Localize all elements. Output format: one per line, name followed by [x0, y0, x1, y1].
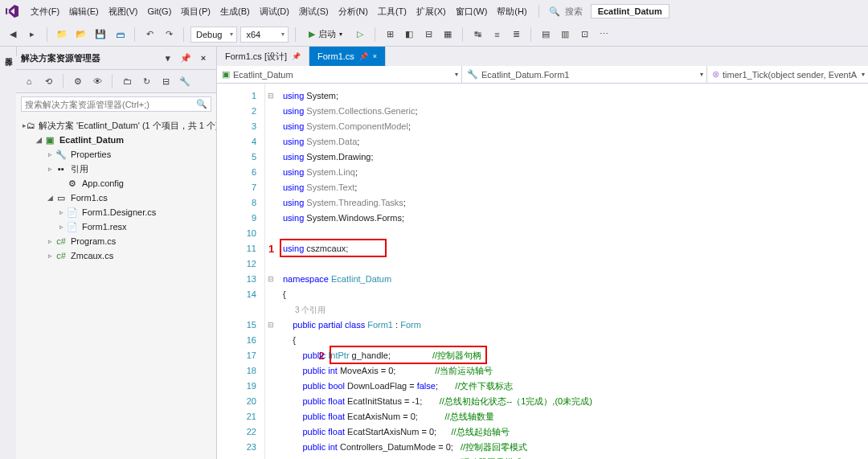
solution-search[interactable]: 🔍: [21, 96, 211, 112]
tree-properties[interactable]: ▹🔧 Properties: [16, 147, 216, 162]
code-line[interactable]: public float EcatAxisNum = 0; //总线轴数量: [283, 409, 868, 424]
panel-pin-icon[interactable]: 📌: [178, 50, 194, 66]
nav-class-combo[interactable]: 🔧Ecatlint_Datum.Form1: [462, 66, 707, 83]
tree-zmcauxcs[interactable]: ▹c# Zmcaux.cs: [16, 248, 216, 263]
redo-icon[interactable]: ↷: [161, 27, 177, 43]
code-line[interactable]: namespace EcatIint_Datum: [283, 272, 868, 287]
new-project-icon[interactable]: 📁: [54, 27, 70, 43]
tb-icon-10[interactable]: ⊡: [576, 27, 592, 43]
code-line[interactable]: [283, 256, 868, 272]
code-line[interactable]: public int Drivers_DatumMode = 0; //驱动器回…: [283, 455, 868, 459]
platform-combo[interactable]: x64: [240, 27, 289, 43]
panel-close-icon[interactable]: ×: [195, 50, 211, 66]
nav-back-icon[interactable]: ◀: [5, 27, 21, 43]
open-file-icon[interactable]: 📂: [73, 27, 89, 43]
editor-area: Form1.cs [设计] 📌 Form1.cs 📌 × ▣Ecatlint_D…: [217, 47, 868, 459]
menu-item[interactable]: 项目(P): [176, 3, 215, 19]
save-all-icon[interactable]: 🗃: [112, 27, 128, 43]
tb-icon-11[interactable]: ⋯: [596, 27, 612, 43]
code-line[interactable]: public bool DownLoadFlag = false; //文件下载…: [283, 379, 868, 394]
nav-fwd-icon[interactable]: ▸: [24, 27, 40, 43]
tree-tool-icon[interactable]: ⚙: [70, 73, 86, 89]
menu-item[interactable]: 编辑(E): [64, 3, 104, 19]
search-label[interactable]: 搜索: [565, 6, 583, 18]
search-go-icon[interactable]: 🔍: [196, 99, 207, 109]
code-line[interactable]: using cszmcaux;: [283, 241, 868, 256]
code-line[interactable]: using System.Windows.Forms;: [283, 211, 868, 226]
pin-icon[interactable]: 📌: [292, 52, 301, 60]
tree-solution-root[interactable]: ▸🗂 解决方案 'Ecatlint_Datum' (1 个项目，共 1 个): [16, 118, 216, 133]
config-combo[interactable]: Debug: [190, 27, 237, 43]
code-line[interactable]: [283, 226, 868, 241]
code-line[interactable]: using System.Collections.Generic;: [283, 104, 868, 119]
code-line[interactable]: using System.Text;: [283, 180, 868, 195]
tree-home-icon[interactable]: ⌂: [21, 73, 37, 89]
code-line[interactable]: {: [283, 287, 868, 302]
undo-icon[interactable]: ↶: [141, 27, 158, 43]
close-icon[interactable]: ×: [373, 52, 377, 60]
nav-member-combo[interactable]: ⊗timer1_Tick(object sender, EventA: [707, 66, 868, 83]
code-line[interactable]: public IntPtr g_handle; //控制器句柄: [283, 348, 868, 363]
nav-project-combo[interactable]: ▣Ecatlint_Datum: [217, 66, 462, 83]
code-line[interactable]: using System.Drawing;: [283, 150, 868, 165]
panel-dropdown-icon[interactable]: ▾: [160, 50, 176, 66]
save-icon[interactable]: 💾: [92, 27, 108, 43]
menu-item[interactable]: 视图(V): [104, 3, 143, 19]
tb-icon-9[interactable]: ▥: [557, 27, 573, 43]
menu-item[interactable]: 测试(S): [294, 3, 334, 19]
panel-title: 解决方案资源管理器: [21, 52, 100, 64]
code-line[interactable]: public float EcatStartAxisNum = 0; //总线起…: [283, 424, 868, 440]
code-line[interactable]: using System.ComponentModel;: [283, 119, 868, 134]
solution-search-input[interactable]: [25, 100, 196, 109]
code-line[interactable]: using System;: [283, 88, 868, 104]
menu-item[interactable]: 调试(D): [255, 3, 294, 19]
start-noDebug-icon[interactable]: ▷: [352, 27, 368, 43]
menu-item[interactable]: 工具(T): [373, 3, 411, 19]
tree-form1designer[interactable]: ▹📄 Form1.Designer.cs: [16, 205, 216, 219]
tree-refresh-icon[interactable]: ↻: [138, 73, 154, 89]
project-badge: Ecatlint_Datum: [591, 4, 669, 18]
tb-icon-1[interactable]: ⊞: [382, 27, 398, 43]
code-line[interactable]: public float EcatInitStatus = -1; //总线初始…: [283, 394, 868, 409]
tab-design[interactable]: Form1.cs [设计] 📌: [217, 47, 309, 66]
tree-appconfig[interactable]: ⚙ App.config: [16, 176, 216, 191]
code-line[interactable]: public partial class Form1 : Form: [283, 318, 868, 333]
menu-item[interactable]: 窗口(W): [451, 3, 493, 19]
tree-project[interactable]: ◢▣ Ecatlint_Datum: [16, 133, 216, 147]
code-line[interactable]: public int MoveAxis = 0; //当前运动轴号: [283, 363, 868, 379]
tree-programcs[interactable]: ▹c# Program.cs: [16, 234, 216, 248]
menu-item[interactable]: 分析(N): [334, 3, 373, 19]
code-line[interactable]: using System.Threading.Tasks;: [283, 195, 868, 211]
menu-item[interactable]: 扩展(X): [411, 3, 451, 19]
pin-icon[interactable]: 📌: [359, 52, 368, 60]
code-line[interactable]: using System.Linq;: [283, 165, 868, 180]
tree-sync-icon[interactable]: ⟲: [40, 73, 56, 89]
tb-icon-5[interactable]: ↹: [469, 27, 485, 43]
menu-item[interactable]: 生成(B): [215, 3, 255, 19]
menu-item[interactable]: 帮助(H): [492, 3, 531, 19]
tree-wrench-icon[interactable]: 🔧: [177, 73, 193, 89]
code-line[interactable]: {: [283, 333, 868, 348]
menu-item[interactable]: 文件(F): [26, 3, 64, 19]
tb-icon-2[interactable]: ◧: [401, 27, 417, 43]
side-tab-server[interactable]: 服务器: [0, 47, 17, 56]
tree-form1cs[interactable]: ◢▭ Form1.cs: [16, 191, 216, 205]
start-button[interactable]: ▶ 启动 ▾: [302, 27, 349, 42]
code-editor[interactable]: 123456789101112131415161718192021222324 …: [217, 84, 868, 459]
search-icon[interactable]: 🔍: [549, 6, 560, 17]
menu-item[interactable]: Git(G): [142, 3, 176, 19]
tree-references[interactable]: ▹▪▪ 引用: [16, 162, 216, 176]
tb-icon-3[interactable]: ⊟: [420, 27, 436, 43]
tab-code[interactable]: Form1.cs 📌 ×: [309, 47, 386, 66]
tb-icon-6[interactable]: ≡: [489, 27, 505, 43]
tree-view-icon[interactable]: 👁: [89, 73, 105, 89]
tb-icon-8[interactable]: ▤: [538, 27, 554, 43]
nav-bar: ▣Ecatlint_Datum 🔧Ecatlint_Datum.Form1 ⊗t…: [217, 66, 868, 84]
code-line[interactable]: using System.Data;: [283, 134, 868, 150]
tree-prop-icon[interactable]: 🗀: [119, 73, 135, 89]
tb-icon-7[interactable]: ≣: [508, 27, 524, 43]
code-line[interactable]: public int Controllers_DatumMode = 0; //…: [283, 440, 868, 455]
tree-collapse-icon[interactable]: ⊟: [158, 73, 174, 89]
tree-form1resx[interactable]: ▹📄 Form1.resx: [16, 219, 216, 234]
tb-icon-4[interactable]: ▦: [440, 27, 456, 43]
